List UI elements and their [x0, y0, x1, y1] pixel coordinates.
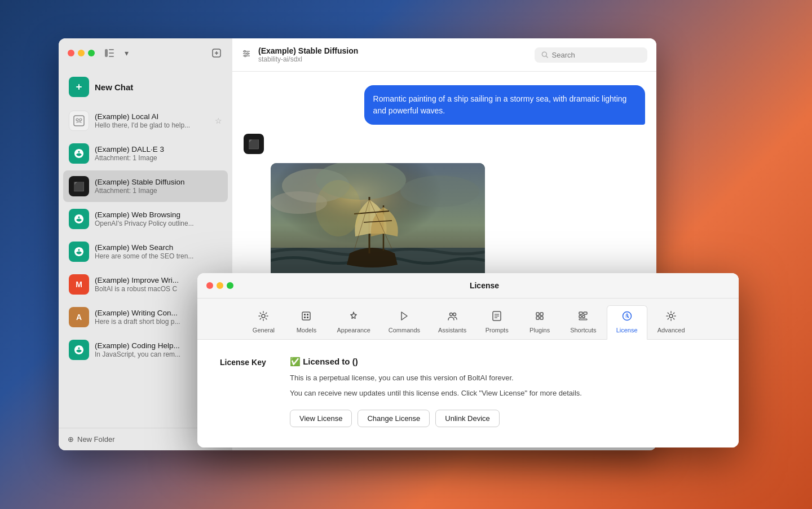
tab-appearance[interactable]: Appearance [329, 306, 378, 339]
search-icon [541, 51, 549, 59]
license-status: ✅ Licensed to () [290, 357, 716, 367]
unlink-device-button[interactable]: Unlink Device [435, 410, 499, 427]
svg-rect-38 [307, 317, 308, 318]
tab-shortcuts[interactable]: Shortcuts [562, 306, 604, 339]
change-license-button[interactable]: Change License [358, 410, 430, 427]
web-browsing-text: (Example) Web Browsing OpenAI's Privacy … [95, 210, 222, 227]
dalle-title: (Example) DALL·E 3 [95, 145, 222, 153]
stable-diffusion-text: (Example) Stable Diffusion Attachment: 1… [95, 178, 222, 195]
svg-point-32 [316, 180, 361, 236]
modal-close-button[interactable] [206, 282, 213, 289]
license-desc-2: You can receive new updates until this l… [290, 388, 716, 400]
sidebar-item-dalle[interactable]: (Example) DALL·E 3 Attachment: 1 Image [63, 138, 228, 169]
search-input[interactable] [552, 51, 641, 59]
svg-rect-34 [302, 312, 310, 320]
license-info: ✅ Licensed to () This is a perpetual lic… [290, 357, 716, 427]
tab-appearance-label: Appearance [337, 327, 370, 334]
plugins-icon [534, 310, 545, 324]
web-browsing-avatar [69, 209, 89, 229]
content-header: (Example) Stable Diffusion stability-ai/… [232, 38, 656, 72]
tab-assistants[interactable]: Assistants [430, 306, 474, 339]
tab-general-label: General [253, 327, 275, 334]
svg-point-57 [669, 314, 673, 318]
svg-rect-8 [74, 116, 84, 126]
chat-title: (Example) Stable Diffusion [258, 46, 528, 55]
user-message: Romantic painting of a ship sailing in a… [364, 85, 645, 125]
replit-icon: ⬛ [248, 139, 259, 150]
modal-traffic-lights [206, 282, 233, 289]
tab-assistants-label: Assistants [438, 327, 466, 334]
tab-license-label: License [616, 327, 638, 334]
tab-prompts[interactable]: Prompts [476, 306, 517, 339]
modal-content-area: License Key ✅ Licensed to () This is a p… [197, 340, 739, 447]
svg-point-33 [262, 314, 265, 318]
web-search-avatar [69, 242, 89, 262]
dalle-text: (Example) DALL·E 3 Attachment: 1 Image [95, 145, 222, 162]
settings-icon[interactable] [241, 49, 251, 62]
sidebar-item-stable-diffusion[interactable]: ⬛ (Example) Stable Diffusion Attachment:… [63, 170, 228, 202]
modal-title: License [239, 281, 730, 290]
sidebar-item-web-search[interactable]: (Example) Web Search Here are some of th… [63, 236, 228, 267]
svg-point-10 [80, 119, 82, 121]
new-chat-text: New Chat [95, 82, 222, 92]
tab-models[interactable]: Models [286, 306, 326, 339]
models-icon [301, 310, 312, 324]
view-license-button[interactable]: View License [290, 410, 352, 427]
svg-rect-48 [536, 317, 539, 319]
svg-rect-53 [582, 315, 585, 318]
tab-plugins[interactable]: Plugins [519, 306, 560, 339]
svg-point-23 [400, 175, 479, 207]
minimize-button[interactable] [78, 50, 85, 56]
license-actions: View License Change License Unlink Devic… [290, 410, 716, 427]
advanced-icon [665, 310, 677, 324]
modal-minimize-button[interactable] [217, 282, 223, 289]
local-ai-subtitle: Hello there, I'd be glad to help... [95, 121, 209, 129]
license-key-label: License Key [220, 357, 276, 367]
plus-circle-icon: ⊕ [68, 435, 74, 444]
traffic-lights [68, 50, 95, 56]
tab-license[interactable]: License [607, 305, 647, 340]
chevron-down-icon[interactable]: ▾ [121, 47, 132, 59]
sidebar-item-web-browsing[interactable]: (Example) Web Browsing OpenAI's Privacy … [63, 203, 228, 235]
license-icon [621, 310, 633, 324]
svg-line-18 [546, 56, 548, 58]
tab-commands-label: Commands [389, 327, 420, 334]
maximize-button[interactable] [88, 50, 95, 56]
modal-tabs: General Models Appearance Commands Assis… [197, 299, 739, 340]
sidebar-item-local-ai[interactable]: (Example) Local AI Hello there, I'd be g… [63, 105, 228, 137]
svg-rect-37 [304, 317, 306, 318]
chat-header-title: (Example) Stable Diffusion stability-ai/… [258, 46, 528, 63]
svg-rect-35 [304, 314, 306, 315]
tab-general[interactable]: General [243, 306, 284, 339]
svg-rect-0 [105, 49, 108, 57]
modal-titlebar: License [197, 273, 739, 299]
search-box[interactable] [535, 47, 647, 63]
compose-icon[interactable] [210, 46, 223, 60]
svg-rect-47 [540, 313, 543, 315]
tab-commands[interactable]: Commands [381, 306, 428, 339]
license-row: License Key ✅ Licensed to () This is a p… [220, 357, 716, 427]
local-ai-text: (Example) Local AI Hello there, I'd be g… [95, 112, 209, 129]
web-search-subtitle: Here are some of the SEO tren... [95, 252, 222, 260]
stable-diffusion-avatar: ⬛ [69, 176, 89, 196]
svg-rect-49 [540, 317, 543, 319]
svg-point-16 [245, 55, 246, 56]
writing-cont-avatar: A [69, 307, 89, 327]
modal-maximize-button[interactable] [227, 282, 233, 289]
new-chat-avatar [69, 77, 89, 97]
web-browsing-subtitle: OpenAI's Privacy Policy outline... [95, 220, 222, 227]
svg-point-9 [76, 119, 78, 121]
tab-advanced-label: Advanced [657, 327, 685, 334]
sidebar-item-new-chat[interactable]: New Chat [63, 70, 228, 104]
shortcuts-icon [577, 310, 589, 324]
svg-rect-2 [109, 52, 114, 54]
close-button[interactable] [68, 50, 74, 56]
sidebar-toggle-icon[interactable] [104, 47, 115, 59]
assistants-icon [447, 310, 458, 324]
generated-image-container [271, 163, 645, 287]
svg-rect-36 [307, 314, 308, 315]
generated-image [271, 163, 485, 287]
new-chat-title: New Chat [95, 82, 222, 92]
tab-advanced[interactable]: Advanced [650, 306, 693, 339]
tab-models-label: Models [297, 327, 316, 334]
